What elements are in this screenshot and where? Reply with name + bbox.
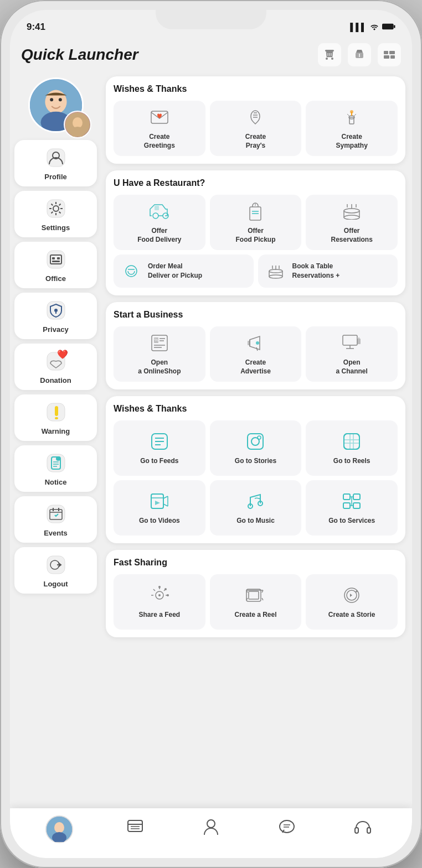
create-storie-icon — [342, 584, 361, 606]
offer-reservations-item[interactable]: OfferReservations — [306, 195, 398, 250]
prays-icon — [245, 106, 265, 128]
offer-food-delivery-item[interactable]: OfferFood Delivery — [114, 195, 205, 250]
svg-rect-109 — [151, 494, 163, 508]
avatar-section — [14, 77, 97, 133]
svg-point-62 — [153, 213, 158, 219]
order-meal-label: Order MealDeliver or Pickup — [148, 262, 202, 280]
go-videos-item[interactable]: Go to Videos — [114, 480, 205, 536]
svg-point-76 — [126, 266, 137, 277]
restaurant-grid: OfferFood Delivery — [114, 195, 398, 250]
svg-rect-10 — [384, 51, 388, 54]
svg-point-84 — [269, 275, 282, 278]
online-shop-icon: % — [150, 332, 169, 354]
reservations-label: OfferReservations — [331, 227, 372, 244]
svg-point-6 — [326, 58, 328, 60]
svg-rect-28 — [52, 257, 55, 259]
reservations-icon — [342, 200, 362, 222]
wishes-grid: CreateGreetings Crea — [114, 101, 398, 156]
feeds-label: Go to Feeds — [140, 457, 178, 466]
section-restaurant: U Have a Restaurant? — [106, 170, 405, 295]
svg-point-18 — [58, 98, 61, 101]
share-feed-label: Share a Feed — [138, 611, 180, 620]
svg-text:%: % — [154, 337, 158, 342]
header-icon-1[interactable] — [318, 43, 341, 66]
app-title: Quick Launcher — [21, 46, 138, 64]
sidebar-item-label-donation: Donation — [40, 376, 71, 384]
book-table-item[interactable]: Book a TableReservations + — [258, 254, 398, 288]
order-meal-item[interactable]: Order MealDeliver or Pickup — [114, 254, 254, 288]
svg-point-17 — [50, 98, 53, 101]
go-stories-item[interactable]: Go to Stories — [210, 420, 302, 476]
create-prays-item[interactable]: CreatePray's — [210, 101, 302, 156]
offer-food-pickup-item[interactable]: OfferFood Pickup — [210, 195, 302, 250]
warning-icon — [44, 400, 68, 424]
reels-label: Go to Reels — [333, 457, 370, 466]
go-services-item[interactable]: Go to Services — [306, 480, 398, 536]
svg-rect-104 — [248, 434, 263, 449]
create-reel-icon — [245, 584, 265, 606]
order-meal-icon — [120, 260, 142, 282]
sidebar-item-label-privacy: Privacy — [43, 325, 68, 334]
services-label: Go to Services — [328, 517, 375, 526]
section-title-restaurant: U Have a Restaurant? — [114, 178, 398, 188]
sidebar-item-privacy[interactable]: Privacy — [14, 293, 97, 339]
header-icon-2[interactable] — [348, 43, 371, 66]
status-icons: ▌▌▌ — [350, 23, 395, 32]
svg-line-113 — [163, 504, 168, 506]
svg-rect-30 — [52, 261, 60, 262]
sidebar-item-profile[interactable]: Profile — [14, 140, 97, 186]
svg-rect-26 — [47, 251, 65, 268]
open-channel-item[interactable]: Opena Channel — [306, 326, 398, 382]
sidebar-item-label-notice: Notice — [45, 478, 67, 486]
create-reel-item[interactable]: Create a Reel — [210, 574, 302, 630]
food-delivery-label: OfferFood Delivery — [137, 227, 181, 244]
svg-point-106 — [258, 436, 261, 439]
main-layout: Profile Settings — [10, 72, 412, 831]
sidebar-item-events[interactable]: Events — [14, 496, 97, 543]
svg-rect-119 — [343, 503, 350, 508]
sidebar-item-logout[interactable]: Logout — [14, 547, 97, 594]
header-icon-3[interactable] — [378, 43, 401, 66]
go-music-item[interactable]: Go to Music — [210, 480, 302, 536]
restaurant-wide-grid: Order MealDeliver or Pickup — [114, 254, 398, 288]
sidebar-item-notice[interactable]: Notice — [14, 445, 97, 492]
sidebar-item-office[interactable]: Office — [14, 242, 97, 288]
create-sympathy-item[interactable]: CreateSympathy — [306, 101, 398, 156]
phone-screen: 9:41 ▌▌▌ Qu — [10, 10, 412, 858]
phone-frame: 9:41 ▌▌▌ Qu — [0, 0, 422, 868]
svg-point-94 — [256, 341, 259, 345]
svg-rect-56 — [349, 117, 354, 124]
channel-icon — [342, 332, 362, 354]
svg-point-131 — [158, 586, 161, 588]
music-icon — [246, 490, 265, 512]
svg-point-72 — [344, 209, 359, 213]
svg-point-59 — [350, 110, 353, 113]
logout-icon — [44, 553, 68, 577]
create-storie-item[interactable]: Create a Storie — [306, 574, 398, 630]
sharing-grid: Share a Feed Create — [114, 574, 398, 630]
small-avatar — [64, 111, 91, 138]
social-grid: Go to Feeds Go to Stories — [114, 420, 398, 536]
create-advertise-item[interactable]: CreateAdvertise — [210, 326, 302, 382]
section-title-business: Start a Business — [114, 310, 398, 320]
go-reels-item[interactable]: Go to Reels — [306, 420, 398, 476]
profile-icon — [44, 145, 68, 170]
advertise-label: CreateAdvertise — [240, 358, 271, 376]
sidebar-item-settings[interactable]: Settings — [14, 191, 97, 237]
section-fast-sharing: Fast Sharing — [106, 550, 405, 637]
settings-icon — [44, 196, 68, 221]
open-online-shop-item[interactable]: % Opena OnlineShop — [114, 326, 205, 382]
go-feeds-item[interactable]: Go to Feeds — [114, 420, 205, 476]
svg-rect-2 — [325, 50, 334, 51]
svg-line-61 — [354, 114, 356, 116]
sidebar-item-warning[interactable]: Warning — [14, 394, 97, 441]
sidebar-item-label-settings: Settings — [42, 224, 70, 232]
battery-icon — [382, 23, 395, 32]
share-feed-item[interactable]: Share a Feed — [114, 574, 205, 630]
create-greetings-item[interactable]: CreateGreetings — [114, 101, 205, 156]
privacy-icon — [44, 298, 68, 323]
sidebar-item-donation[interactable]: ❤️ Donation — [14, 344, 97, 390]
food-pickup-label: OfferFood Pickup — [235, 227, 275, 244]
svg-rect-65 — [155, 206, 159, 210]
svg-line-60 — [347, 114, 349, 116]
